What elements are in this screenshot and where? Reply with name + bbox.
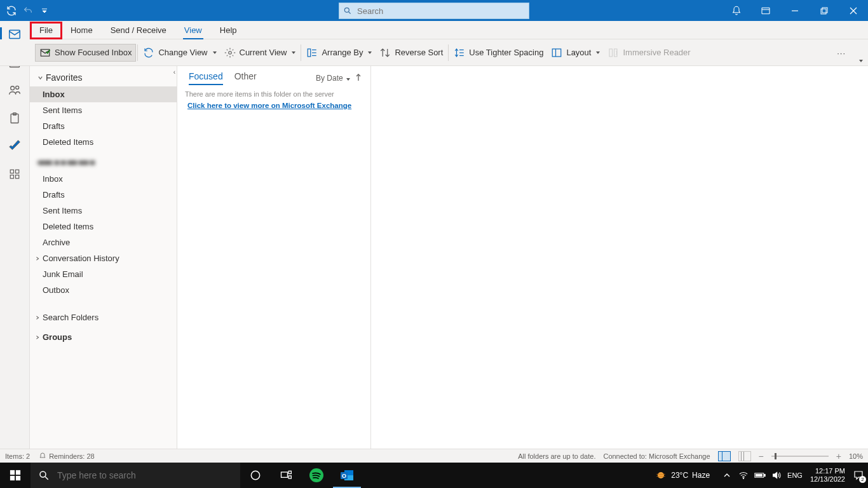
immersive-reader-label: Immersive Reader (623, 48, 690, 57)
show-focused-inbox-button[interactable]: Show Focused Inbox (35, 44, 136, 62)
rail-people[interactable] (0, 81, 29, 100)
svg-marker-61 (773, 472, 777, 478)
status-sync: All folders are up to date. (518, 452, 595, 460)
svg-rect-11 (10, 30, 20, 39)
task-view-icon[interactable] (271, 463, 301, 488)
tab-file[interactable]: File (31, 22, 62, 39)
search-input[interactable] (356, 6, 525, 17)
title-bar (0, 0, 868, 21)
account-folder-deleted[interactable]: Deleted Items (30, 219, 177, 234)
account-folder-inbox[interactable]: Inbox (30, 171, 177, 187)
reverse-sort-button[interactable]: Reverse Sort (376, 44, 447, 61)
other-tab[interactable]: Other (234, 71, 257, 85)
svg-rect-23 (16, 175, 19, 179)
layout-button[interactable]: Layout (547, 44, 604, 61)
battery-icon[interactable] (754, 470, 766, 481)
svg-rect-59 (764, 474, 766, 476)
status-reminders[interactable]: Reminders: 28 (39, 452, 95, 460)
current-view-button[interactable]: Current View (220, 44, 300, 61)
reverse-sort-label: Reverse Sort (395, 48, 443, 57)
account-folder-outbox[interactable]: Outbox (30, 282, 177, 298)
zoom-out-button[interactable]: − (759, 451, 764, 461)
account-folder-archive[interactable]: Archive (30, 234, 177, 250)
ribbon-overflow-button[interactable]: ··· (837, 48, 846, 58)
groups[interactable]: Groups (30, 329, 177, 345)
search-folders[interactable]: Search Folders (30, 309, 177, 325)
sort-by-date[interactable]: By Date (316, 74, 350, 83)
tighter-spacing-button[interactable]: Use Tighter Spacing (450, 44, 547, 61)
svg-rect-48 (288, 476, 291, 478)
account-folder-junk[interactable]: Junk Email (30, 266, 177, 282)
weather-widget[interactable]: 23°C Haze (654, 469, 710, 482)
current-view-label: Current View (240, 48, 287, 57)
tray-chevron-icon[interactable] (721, 470, 733, 481)
tighter-spacing-label: Use Tighter Spacing (469, 48, 543, 57)
account-header[interactable]: ·■■■ ■·■·■■·■■·■ (30, 150, 177, 171)
svg-point-57 (743, 478, 743, 478)
folder-deleted-items[interactable]: Deleted Items (30, 134, 177, 150)
outlook-taskbar-icon[interactable]: O (332, 463, 362, 488)
account-folder-conversation-history[interactable]: Conversation History (30, 250, 177, 266)
undo-icon[interactable] (22, 4, 34, 17)
language-indicator[interactable]: ENG (787, 471, 803, 479)
account-folder-sent[interactable]: Sent Items (30, 203, 177, 219)
tab-help[interactable]: Help (211, 22, 246, 39)
svg-rect-4 (762, 8, 770, 13)
volume-icon[interactable] (771, 470, 782, 481)
svg-rect-46 (281, 472, 288, 477)
minimize-button[interactable] (780, 0, 810, 21)
rail-todo[interactable] (0, 137, 29, 156)
weather-cond: Haze (692, 471, 710, 480)
favorites-label: Favorites (46, 72, 83, 83)
focused-tab[interactable]: Focused (189, 71, 223, 85)
favorites-header[interactable]: Favorites (30, 66, 177, 86)
tab-home[interactable]: Home (62, 22, 102, 39)
cortana-icon[interactable] (240, 463, 271, 488)
sync-icon[interactable] (5, 4, 18, 17)
view-more-exchange-link[interactable]: Click here to view more on Microsoft Exc… (177, 99, 370, 112)
status-connection: Connected to: Microsoft Exchange (603, 452, 710, 460)
svg-point-54 (658, 472, 664, 478)
rail-apps-icon[interactable] (0, 165, 29, 184)
taskbar-search[interactable] (31, 463, 240, 488)
folder-drafts[interactable]: Drafts (30, 118, 177, 134)
sort-direction-icon[interactable] (355, 74, 362, 83)
collapse-folder-pane-icon[interactable]: ‹ (173, 69, 175, 76)
search-box[interactable] (339, 3, 529, 19)
notifications-icon[interactable] (722, 0, 751, 21)
svg-point-17 (16, 86, 19, 89)
view-normal-button[interactable] (718, 451, 731, 461)
coming-soon-icon[interactable] (751, 0, 780, 21)
account-folder-drafts[interactable]: Drafts (30, 187, 177, 203)
show-focused-label: Show Focused Inbox (55, 48, 132, 57)
maximize-button[interactable] (810, 0, 839, 21)
start-button[interactable] (0, 463, 31, 488)
svg-point-25 (228, 51, 231, 54)
reading-pane (371, 66, 868, 449)
svg-rect-47 (288, 471, 291, 473)
view-reading-button[interactable] (738, 451, 751, 461)
tab-send-receive[interactable]: Send / Receive (102, 22, 175, 39)
arrange-by-button[interactable]: Arrange By (302, 44, 376, 61)
folder-inbox[interactable]: Inbox (30, 86, 177, 102)
zoom-in-button[interactable]: + (836, 451, 841, 461)
qat-dropdown-icon[interactable] (38, 4, 51, 17)
windows-taskbar: O 23°C Haze ENG 12:17 PM 12/13/2022 2 (0, 463, 868, 488)
collapse-ribbon-icon[interactable] (858, 55, 863, 64)
close-button[interactable] (839, 0, 868, 21)
tab-view[interactable]: View (175, 22, 211, 39)
arrange-by-label: Arrange By (322, 48, 363, 57)
action-center-icon[interactable]: 2 (853, 470, 864, 481)
change-view-label: Change View (158, 48, 207, 57)
wifi-icon[interactable] (738, 470, 749, 481)
svg-rect-41 (10, 476, 15, 480)
zoom-slider[interactable] (771, 456, 829, 457)
taskbar-search-input[interactable] (56, 470, 233, 481)
folder-pane: ‹ Favorites Inbox Sent Items Drafts Dele… (30, 66, 177, 449)
spotify-icon[interactable] (301, 463, 332, 488)
folder-sent-items[interactable]: Sent Items (30, 102, 177, 118)
system-clock[interactable]: 12:17 PM 12/13/2022 (808, 467, 848, 483)
rail-tasks[interactable] (0, 109, 29, 128)
change-view-button[interactable]: Change View (139, 44, 220, 61)
module-rail (0, 21, 30, 449)
